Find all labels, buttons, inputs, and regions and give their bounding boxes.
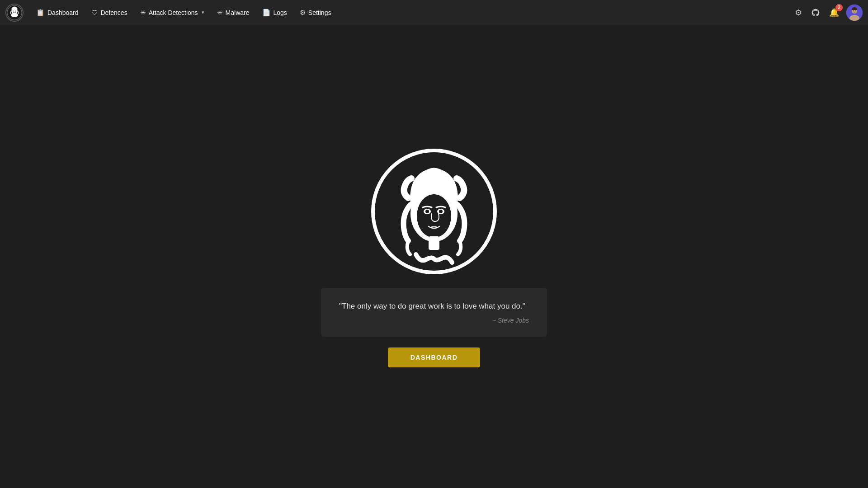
nav-label-settings: Settings	[308, 9, 331, 16]
notification-wrapper: 🔔 2	[827, 6, 841, 19]
nav-item-malware[interactable]: ✳ Malware	[212, 6, 255, 19]
nav-item-settings[interactable]: ⚙ Settings	[294, 6, 337, 19]
quote-author: ~ Steve Jobs	[339, 317, 529, 324]
notification-badge: 2	[835, 4, 843, 11]
nav-label-defences: Defences	[101, 9, 127, 16]
nav-label-logs: Logs	[274, 9, 287, 16]
svg-point-9	[855, 10, 856, 11]
nav-label-dashboard: Dashboard	[47, 9, 79, 16]
nav-item-attack-detections[interactable]: ✳ Attack Detections ▾	[135, 6, 210, 19]
avatar-image	[846, 5, 863, 21]
quote-text: "The only way to do great work is to lov…	[339, 300, 529, 312]
logo-container	[368, 146, 500, 277]
svg-point-8	[853, 10, 854, 11]
nav-label-malware: Malware	[226, 9, 250, 16]
svg-point-4	[15, 10, 16, 11]
settings-nav-icon: ⚙	[300, 9, 306, 17]
settings-button[interactable]: ⚙	[793, 6, 804, 19]
navbar: 📋 Dashboard 🛡 Defences ✳ Attack Detectio…	[0, 0, 868, 25]
github-button[interactable]	[809, 6, 822, 19]
brand-logo-large	[368, 146, 500, 277]
brand-logo	[5, 4, 24, 22]
svg-point-2	[11, 13, 18, 17]
brand-logo-container[interactable]	[5, 4, 24, 22]
svg-rect-17	[429, 236, 439, 250]
logs-icon: 📄	[262, 9, 271, 17]
quote-box: "The only way to do great work is to lov…	[321, 288, 547, 337]
main-content: "The only way to do great work is to lov…	[0, 25, 868, 488]
gear-icon: ⚙	[795, 8, 802, 18]
user-avatar[interactable]	[846, 5, 863, 21]
nav-items: 📋 Dashboard 🛡 Defences ✳ Attack Detectio…	[31, 6, 793, 19]
malware-icon: ✳	[217, 9, 223, 17]
dashboard-button[interactable]: DASHBOARD	[388, 347, 481, 367]
chevron-down-icon: ▾	[202, 9, 204, 15]
github-icon	[811, 8, 820, 17]
dashboard-icon: 📋	[36, 9, 45, 17]
defences-icon: 🛡	[91, 9, 98, 16]
nav-item-defences[interactable]: 🛡 Defences	[86, 6, 133, 19]
svg-point-16	[439, 210, 443, 213]
svg-point-12	[417, 194, 451, 238]
nav-item-dashboard[interactable]: 📋 Dashboard	[31, 6, 84, 19]
navbar-right: ⚙ 🔔 2	[793, 5, 863, 21]
svg-point-3	[13, 10, 14, 11]
nav-item-logs[interactable]: 📄 Logs	[257, 6, 292, 19]
svg-point-15	[425, 210, 429, 213]
attack-detections-icon: ✳	[140, 9, 146, 17]
nav-label-attack-detections: Attack Detections	[149, 9, 198, 16]
